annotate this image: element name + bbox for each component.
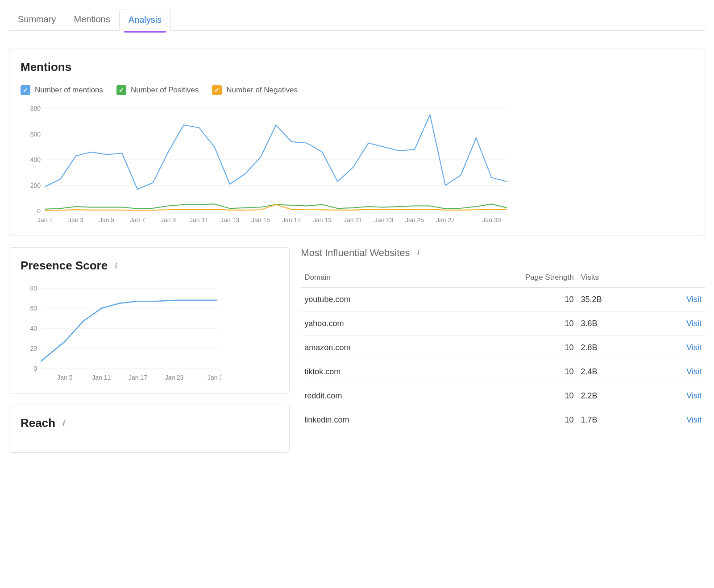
visits-cell: 2.2B bbox=[577, 384, 649, 408]
svg-text:400: 400 bbox=[30, 156, 41, 163]
mentions-legend: ✓Number of mentions✓Number of Positives✓… bbox=[21, 85, 693, 95]
presence-chart: 020406080Jan 5Jan 11Jan 17Jan 23Jan 30 bbox=[21, 284, 278, 382]
tab-summary[interactable]: Summary bbox=[9, 9, 65, 30]
svg-text:0: 0 bbox=[33, 365, 37, 372]
tab-analysis[interactable]: Analysis bbox=[119, 9, 171, 31]
col-strength: Page Strength bbox=[436, 268, 577, 288]
col-visit-action bbox=[649, 268, 705, 288]
svg-text:Jan 30: Jan 30 bbox=[482, 216, 501, 224]
presence-card: Presence Score i 020406080Jan 5Jan 11Jan… bbox=[9, 247, 290, 393]
websites-section: Most Influential Websites i Domain Page … bbox=[301, 247, 705, 432]
svg-text:Jan 25: Jan 25 bbox=[405, 216, 424, 224]
strength-cell: 10 bbox=[436, 360, 577, 384]
svg-text:Jan 5: Jan 5 bbox=[57, 374, 72, 381]
mentions-chart: 0200400600800Jan 1Jan 3Jan 5Jan 7Jan 9Ja… bbox=[21, 104, 693, 224]
legend-label: Number of Negatives bbox=[226, 86, 298, 95]
legend-item[interactable]: ✓Number of mentions bbox=[21, 85, 103, 95]
table-row: reddit.com102.2BVisit bbox=[301, 384, 705, 408]
mentions-title: Mentions bbox=[21, 60, 693, 74]
svg-text:60: 60 bbox=[30, 305, 37, 312]
svg-text:Jan 13: Jan 13 bbox=[220, 216, 239, 224]
svg-text:800: 800 bbox=[30, 105, 41, 112]
svg-text:Jan 23: Jan 23 bbox=[374, 216, 393, 224]
svg-text:Jan 5: Jan 5 bbox=[99, 216, 114, 224]
domain-cell: yahoo.com bbox=[301, 312, 436, 336]
checkbox-icon[interactable]: ✓ bbox=[212, 85, 222, 95]
svg-text:Jan 30: Jan 30 bbox=[208, 374, 221, 381]
svg-text:Jan 21: Jan 21 bbox=[344, 216, 362, 224]
visit-link[interactable]: Visit bbox=[649, 384, 705, 408]
visit-link[interactable]: Visit bbox=[649, 408, 705, 432]
checkbox-icon[interactable]: ✓ bbox=[116, 85, 126, 95]
legend-label: Number of Positives bbox=[131, 86, 199, 95]
col-visits: Visits bbox=[577, 268, 649, 288]
domain-cell: youtube.com bbox=[301, 288, 436, 312]
visits-cell: 3.6B bbox=[577, 312, 649, 336]
reach-card: Reach i bbox=[9, 405, 290, 453]
table-row: linkedin.com101.7BVisit bbox=[301, 408, 705, 432]
info-icon[interactable]: i bbox=[415, 249, 423, 257]
strength-cell: 10 bbox=[436, 408, 577, 432]
table-row: tiktok.com102.4BVisit bbox=[301, 360, 705, 384]
svg-text:600: 600 bbox=[30, 131, 41, 138]
visits-cell: 2.8B bbox=[577, 336, 649, 360]
presence-title: Presence Score i bbox=[21, 259, 278, 273]
legend-label: Number of mentions bbox=[35, 86, 103, 95]
strength-cell: 10 bbox=[436, 384, 577, 408]
svg-text:0: 0 bbox=[37, 207, 41, 215]
visit-link[interactable]: Visit bbox=[649, 336, 705, 360]
legend-item[interactable]: ✓Number of Positives bbox=[116, 85, 199, 95]
table-row: yahoo.com103.6BVisit bbox=[301, 312, 705, 336]
domain-cell: tiktok.com bbox=[301, 360, 436, 384]
table-row: amazon.com102.8BVisit bbox=[301, 336, 705, 360]
svg-text:Jan 1: Jan 1 bbox=[37, 216, 53, 224]
strength-cell: 10 bbox=[436, 288, 577, 312]
svg-text:200: 200 bbox=[30, 182, 41, 189]
domain-cell: amazon.com bbox=[301, 336, 436, 360]
table-row: youtube.com1035.2BVisit bbox=[301, 288, 705, 312]
svg-text:Jan 17: Jan 17 bbox=[129, 374, 147, 381]
svg-text:40: 40 bbox=[30, 325, 37, 332]
strength-cell: 10 bbox=[436, 312, 577, 336]
domain-cell: reddit.com bbox=[301, 384, 436, 408]
svg-text:Jan 3: Jan 3 bbox=[68, 216, 83, 224]
svg-text:80: 80 bbox=[30, 285, 37, 292]
svg-text:Jan 19: Jan 19 bbox=[313, 216, 332, 224]
svg-text:Jan 27: Jan 27 bbox=[436, 216, 455, 224]
tabs: SummaryMentionsAnalysis bbox=[9, 9, 705, 31]
svg-text:Jan 9: Jan 9 bbox=[161, 216, 176, 224]
svg-text:Jan 17: Jan 17 bbox=[282, 216, 301, 224]
svg-text:Jan 11: Jan 11 bbox=[92, 374, 111, 381]
svg-text:Jan 23: Jan 23 bbox=[165, 374, 184, 381]
svg-text:Jan 15: Jan 15 bbox=[251, 216, 270, 224]
websites-title: Most Influential Websites i bbox=[301, 247, 705, 259]
domain-cell: linkedin.com bbox=[301, 408, 436, 432]
info-icon[interactable]: i bbox=[60, 419, 68, 427]
svg-text:20: 20 bbox=[30, 345, 37, 352]
visits-cell: 35.2B bbox=[577, 288, 649, 312]
col-domain: Domain bbox=[301, 268, 436, 288]
svg-text:Jan 7: Jan 7 bbox=[130, 216, 145, 224]
visit-link[interactable]: Visit bbox=[649, 288, 705, 312]
checkbox-icon[interactable]: ✓ bbox=[21, 85, 30, 95]
tab-mentions[interactable]: Mentions bbox=[65, 9, 119, 30]
visit-link[interactable]: Visit bbox=[649, 312, 705, 336]
legend-item[interactable]: ✓Number of Negatives bbox=[212, 85, 298, 95]
svg-text:Jan 11: Jan 11 bbox=[190, 216, 208, 224]
visit-link[interactable]: Visit bbox=[649, 360, 705, 384]
visits-cell: 1.7B bbox=[577, 408, 649, 432]
info-icon[interactable]: i bbox=[112, 262, 120, 270]
visits-cell: 2.4B bbox=[577, 360, 649, 384]
websites-table: Domain Page Strength Visits youtube.com1… bbox=[301, 268, 705, 432]
reach-title: Reach i bbox=[21, 416, 278, 430]
mentions-card: Mentions ✓Number of mentions✓Number of P… bbox=[9, 49, 705, 236]
strength-cell: 10 bbox=[436, 336, 577, 360]
